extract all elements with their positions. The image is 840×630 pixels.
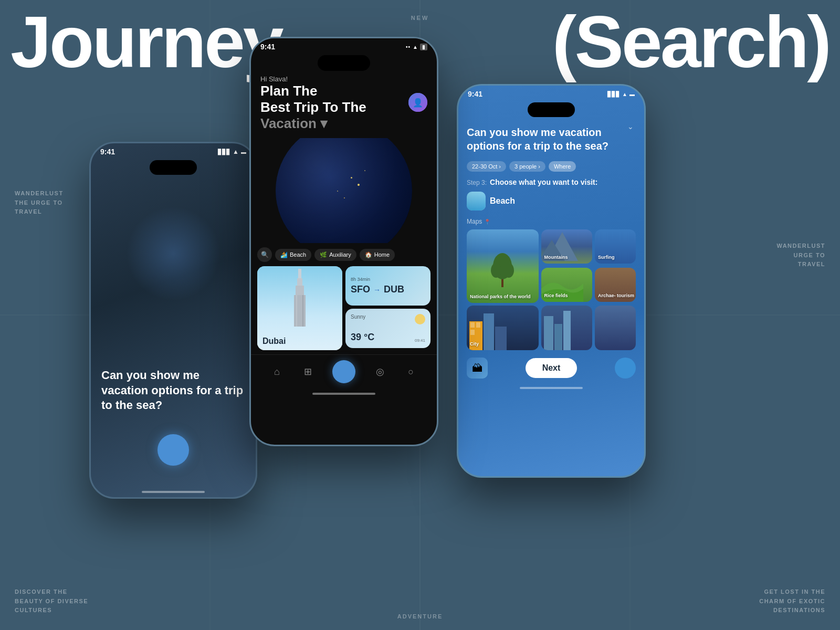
- beach-label-c: Beach: [290, 251, 306, 258]
- surfing-card[interactable]: Surfing: [595, 229, 636, 264]
- status-icons-center: •• ▲ ▮: [406, 44, 427, 50]
- dynamic-island-right: [528, 102, 575, 117]
- mountains-label: Mountains: [544, 255, 568, 260]
- svg-rect-22: [544, 316, 553, 350]
- globe-container: [251, 138, 437, 243]
- dynamic-island-center: [318, 55, 370, 71]
- home-icon: 🏠: [365, 251, 372, 258]
- category-tabs: 🔍 🏄 Beach 🌿 Auxiliary 🏠 Home: [251, 243, 437, 266]
- nav-grid[interactable]: ⊞: [301, 365, 314, 378]
- weather-condition: Sunny: [351, 314, 365, 320]
- status-time-center: 9:41: [260, 43, 275, 51]
- label-new: NEW: [411, 15, 429, 21]
- maps-text: Maps: [467, 218, 482, 225]
- filter-date-pill[interactable]: 22-30 Oct ›: [467, 161, 506, 172]
- places-grid: Places Dubai 8h 34min SFO →: [251, 266, 437, 354]
- wifi-icon-c: ▲: [413, 44, 418, 50]
- city2-buildings-icon: [541, 306, 573, 350]
- maps-section: Maps 📍 National parks of the world: [458, 216, 644, 353]
- flight-card[interactable]: 8h 34min SFO → DUB: [345, 266, 430, 306]
- rice-fields-card[interactable]: Rice fields: [541, 268, 593, 302]
- beach-icon: 🏄: [280, 251, 288, 258]
- filter-people-label: 3 people ›: [514, 163, 540, 170]
- nav-profile[interactable]: ○: [405, 365, 417, 378]
- svg-rect-17: [470, 322, 475, 328]
- status-bar-right: 9:41 ▊▊▊ ▲ ▬: [458, 86, 644, 100]
- weather-time: 09:41: [415, 338, 425, 343]
- siri-button[interactable]: [158, 434, 189, 466]
- next-button[interactable]: Next: [526, 358, 578, 378]
- home-label: Home: [374, 251, 390, 258]
- surfing-label: Surfing: [598, 255, 615, 260]
- dubai-building-svg: [287, 269, 313, 337]
- flight-from: SFO: [351, 284, 370, 295]
- maps-pin-icon: 📍: [484, 219, 490, 225]
- bottom-action: 🏔 Next: [458, 353, 644, 383]
- svg-rect-21: [495, 327, 507, 350]
- status-time-right: 9:41: [468, 90, 482, 98]
- title-search: (Search): [552, 5, 830, 79]
- svg-rect-24: [563, 311, 571, 350]
- dynamic-island-left: [150, 160, 197, 175]
- svg-rect-4: [298, 269, 301, 279]
- svg-rect-7: [294, 295, 306, 327]
- label-adventure: ADVENTURE: [397, 613, 443, 620]
- filter-where-label: Where: [554, 163, 571, 170]
- weather-card[interactable]: Sunny 39 °C 09:41: [345, 309, 430, 348]
- nav-home[interactable]: ⌂: [270, 365, 283, 378]
- avatar: 👤: [408, 93, 427, 112]
- maps-label: Maps 📍: [467, 218, 636, 225]
- choose-label: Choose what you want to visit:: [490, 178, 597, 186]
- joshua-tree-icon: [487, 245, 518, 287]
- greeting-text: Hi Slava!: [260, 75, 427, 83]
- city-card-1[interactable]: City: [467, 306, 539, 350]
- wifi-icon-r: ▲: [622, 91, 627, 97]
- title-journey: Journey: [10, 5, 282, 79]
- category-beach[interactable]: 🏄 Beach: [275, 249, 311, 261]
- city-card-3[interactable]: [595, 306, 636, 350]
- globe: [276, 138, 412, 243]
- city-card-2[interactable]: [541, 306, 593, 350]
- home-indicator-left: [142, 491, 205, 493]
- weather-temp: 39 °C: [351, 332, 374, 343]
- maps-grid: National parks of the world Mountains Su…: [467, 229, 636, 303]
- nav-location[interactable]: ◎: [374, 365, 386, 378]
- dubai-card[interactable]: Places Dubai: [257, 266, 342, 350]
- filter-people-pill[interactable]: 3 people ›: [509, 161, 545, 172]
- flight-arrow-icon: →: [373, 286, 381, 294]
- right-cards: 8h 34min SFO → DUB Sunny 39 °C 09:41: [345, 266, 430, 350]
- filter-pills: 22-30 Oct › 3 people › Where: [458, 158, 644, 176]
- blue-dot-button[interactable]: [615, 358, 636, 379]
- category-auxiliary[interactable]: 🌿 Auxiliary: [314, 249, 356, 261]
- svg-rect-8: [296, 295, 297, 327]
- signal-icon: ▊▊▊: [218, 149, 230, 155]
- chevron-down-icon[interactable]: ⌄: [625, 121, 636, 132]
- phone-right: 9:41 ▊▊▊ ▲ ▬ Can you show me vacation op…: [457, 84, 646, 478]
- prev-thumbnail[interactable]: 🏔: [467, 358, 488, 379]
- filter-where-pill[interactable]: Where: [549, 161, 576, 172]
- search-tab[interactable]: 🔍: [257, 247, 272, 262]
- nav-center-button[interactable]: [332, 360, 355, 383]
- national-parks-card[interactable]: National parks of the world: [467, 229, 539, 303]
- rice-fields-label: Rice fields: [544, 293, 568, 299]
- plan-title-line2: Best Trip To The: [260, 99, 427, 116]
- mountains-card[interactable]: Mountains: [541, 229, 593, 264]
- label-get-lost: GET LOST IN THECHARM OF EXOTICDESTINATIO…: [759, 587, 825, 615]
- archaeology-card[interactable]: Archae- tourism: [595, 268, 636, 302]
- auxiliary-label: Auxiliary: [329, 251, 351, 258]
- category-home[interactable]: 🏠 Home: [360, 249, 395, 261]
- flight-route: SFO → DUB: [351, 284, 425, 295]
- national-parks-label: National parks of the world: [470, 294, 531, 300]
- svg-point-13: [503, 263, 514, 278]
- beach-option[interactable]: Beach: [458, 188, 644, 216]
- filter-date-label: 22-30 Oct ›: [472, 163, 501, 170]
- svg-rect-20: [484, 313, 494, 350]
- right-header: Can you show me vacation options for a t…: [458, 117, 644, 158]
- plan-subtitle: Vacation ▾: [260, 116, 427, 132]
- svg-rect-19: [470, 330, 475, 335]
- aux-icon: 🌿: [320, 251, 327, 258]
- flight-to: DUB: [384, 284, 404, 295]
- svg-point-12: [491, 263, 501, 278]
- status-icons-left: ▊▊▊ ▲ ▬: [218, 148, 246, 155]
- archaeology-label: Archae- tourism: [598, 293, 634, 299]
